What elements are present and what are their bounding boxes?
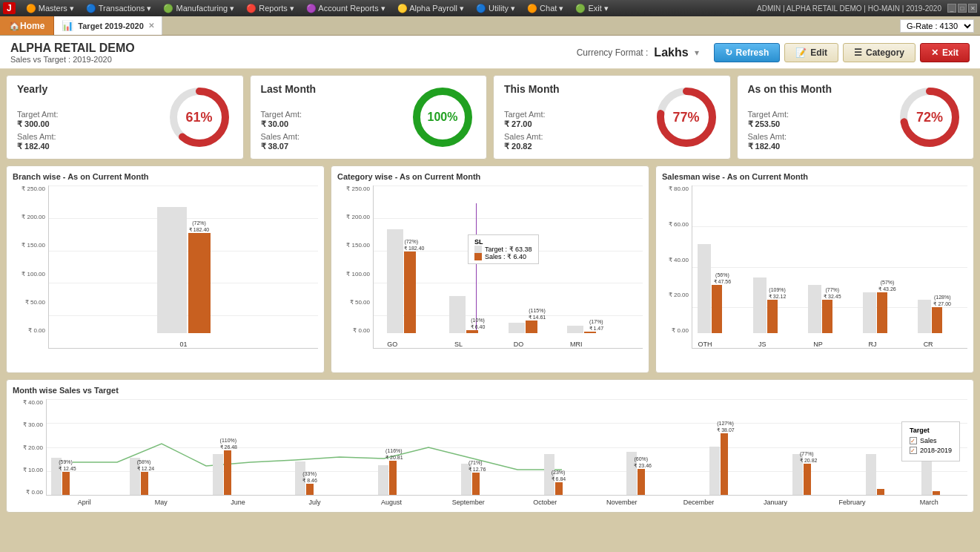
kpi-yearly-sales-value: ₹ 182.40 xyxy=(17,142,50,151)
prev-year-checkbox[interactable]: ✓ xyxy=(910,447,917,454)
month-october: October xyxy=(506,499,583,506)
month-labels-row: April May June July August September Oct… xyxy=(46,499,967,506)
kpi-aom-target-label: Target Amt: xyxy=(748,110,832,119)
month-june: June xyxy=(199,499,277,506)
menu-account-reports[interactable]: 🟣 Account Reports ▾ xyxy=(300,4,391,13)
branch-bar-value: ₹ 182.40 xyxy=(188,227,211,233)
category-button[interactable]: ☰ Category xyxy=(843,43,916,62)
currency-dropdown-icon[interactable]: ▾ xyxy=(695,47,699,58)
sales-legend-label: Sales xyxy=(920,437,937,444)
user-info-text: ADMIN | ALPHA RETAIL DEMO | HO-MAIN | 20… xyxy=(757,4,941,13)
action-buttons: ↻ Refresh 📝 Edit ☰ Category ✕ Exit xyxy=(714,43,970,62)
kpi-lm-sales-value: ₹ 38.07 xyxy=(261,142,289,151)
branch-y4: ₹ 150.00 xyxy=(13,242,45,249)
kpi-yearly-title: Yearly xyxy=(17,83,59,95)
kpi-tm-percent: 77% xyxy=(672,110,699,125)
kpi-last-month-donut: 100% xyxy=(409,84,476,151)
month-january: January xyxy=(737,499,814,506)
branch-y2: ₹ 50.00 xyxy=(13,299,45,306)
kpi-yearly-target-label: Target Amt: xyxy=(17,110,59,119)
branch-bar-label: 01 xyxy=(179,341,187,348)
charts-row: Branch wise - As on Current Month ₹ 250.… xyxy=(6,165,974,373)
tab-target[interactable]: 📊 Target 2019-2020 ✕ xyxy=(54,16,162,35)
company-info: ALPHA RETAIL DEMO Sales vs Target : 2019… xyxy=(10,42,135,64)
tab-target-label: Target 2019-2020 xyxy=(78,22,143,30)
exit-icon: ✕ xyxy=(931,47,938,58)
branch-chart: Branch wise - As on Current Month ₹ 250.… xyxy=(6,165,325,373)
branch-y5: ₹ 200.00 xyxy=(13,214,45,220)
kpi-this-month: This Month Target Amt: ₹ 27.00 Sales Amt… xyxy=(493,75,731,160)
currency-selector: Currency Format : Lakhs ▾ xyxy=(577,46,699,59)
win-minimize[interactable]: _ xyxy=(947,4,956,13)
month-august: August xyxy=(353,499,430,506)
menu-exit[interactable]: 🟢 Exit ▾ xyxy=(569,4,614,13)
refresh-icon: ↻ xyxy=(725,47,732,58)
main-content: Yearly Target Amt: ₹ 300.00 Sales Amt: ₹… xyxy=(0,69,980,547)
prev-year-legend-label: 2018-2019 xyxy=(920,447,952,454)
kpi-lm-percent: 100% xyxy=(428,111,458,124)
menu-manufacturing[interactable]: 🟢 Manufacturing ▾ xyxy=(157,4,240,13)
kpi-lm-target-value: ₹ 30.00 xyxy=(261,119,289,128)
app-logo: J xyxy=(3,2,16,14)
win-close[interactable]: ✕ xyxy=(968,4,977,13)
menu-utility[interactable]: 🔵 Utility ▾ xyxy=(470,4,521,13)
kpi-as-on-month: As on this Month Target Amt: ₹ 253.50 Sa… xyxy=(737,75,975,160)
menu-reports[interactable]: 🔴 Reports ▾ xyxy=(240,4,300,13)
edit-icon: 📝 xyxy=(795,47,807,58)
g-rate-selector: G-Rate : 4130 xyxy=(900,16,980,35)
sales-checkbox[interactable]: ✓ xyxy=(910,437,917,444)
branch-bar-pct: (72%) xyxy=(188,220,211,226)
month-december: December xyxy=(660,499,738,506)
home-icon: 🏠 xyxy=(9,21,20,31)
month-november: November xyxy=(583,499,660,506)
month-april: April xyxy=(46,499,123,506)
month-february: February xyxy=(814,499,891,506)
kpi-yearly: Yearly Target Amt: ₹ 300.00 Sales Amt: ₹… xyxy=(6,75,244,160)
kpi-aom-sales-value: ₹ 182.40 xyxy=(748,142,781,151)
kpi-last-month-title: Last Month xyxy=(261,83,317,95)
tab-close-icon[interactable]: ✕ xyxy=(148,22,154,30)
menu-chat[interactable]: 🟠 Chat ▾ xyxy=(521,4,569,13)
kpi-aom-percent: 72% xyxy=(916,110,943,125)
branch-y1: ₹ 0.00 xyxy=(13,327,45,334)
kpi-this-month-title: This Month xyxy=(504,83,560,95)
category-chart-title: Category wise - As on Current Month xyxy=(337,172,643,181)
tab-bar: 🏠 Home 📊 Target 2019-2020 ✕ G-Rate : 413… xyxy=(0,16,980,36)
prev-year-line xyxy=(47,399,967,495)
kpi-tm-target-value: ₹ 27.00 xyxy=(504,119,532,128)
category-chart: Category wise - As on Current Month ₹ 25… xyxy=(331,165,649,373)
win-maximize[interactable]: □ xyxy=(958,4,967,13)
kpi-last-month: Last Month Target Amt: ₹ 30.00 Sales Amt… xyxy=(250,75,488,160)
category-icon: ☰ xyxy=(854,47,862,58)
edit-button[interactable]: 📝 Edit xyxy=(784,43,838,62)
kpi-yearly-sales-label: Sales Amt: xyxy=(17,132,59,141)
menu-transactions[interactable]: 🔵 Transactions ▾ xyxy=(80,4,157,13)
page-header: ALPHA RETAIL DEMO Sales vs Target : 2019… xyxy=(0,36,980,69)
currency-format-label: Currency Format : xyxy=(577,47,649,58)
kpi-yearly-donut: 61% xyxy=(166,84,233,151)
menu-masters[interactable]: 🟠 Masters ▾ xyxy=(20,4,80,13)
kpi-this-month-donut: 77% xyxy=(653,84,720,151)
kpi-tm-target-label: Target Amt: xyxy=(504,110,560,119)
monthly-chart: Month wise Sales vs Target ₹ 40.00 ₹ 30.… xyxy=(6,379,974,513)
branch-y3: ₹ 100.00 xyxy=(13,271,45,277)
menu-alpha-payroll[interactable]: 🟡 Alpha Payroll ▾ xyxy=(391,4,470,13)
exit-button[interactable]: ✕ Exit xyxy=(920,43,970,62)
company-name: ALPHA RETAIL DEMO xyxy=(10,42,135,55)
month-march: March xyxy=(890,499,967,506)
refresh-button[interactable]: ↻ Refresh xyxy=(714,43,781,62)
monthly-legend: Target ✓ Sales ✓ 2018-2019 xyxy=(901,421,960,461)
month-july: July xyxy=(277,499,354,506)
currency-format-value: Lakhs xyxy=(654,46,688,59)
kpi-aom-donut: 72% xyxy=(896,84,963,151)
salesman-chart-title: Salesman wise - As on Current Month xyxy=(662,172,967,181)
user-info: ADMIN | ALPHA RETAIL DEMO | HO-MAIN | 20… xyxy=(757,4,977,13)
kpi-lm-sales-label: Sales Amt: xyxy=(261,132,317,141)
tab-home[interactable]: 🏠 Home xyxy=(0,16,54,35)
kpi-lm-target-label: Target Amt: xyxy=(261,110,317,119)
kpi-tm-sales-value: ₹ 20.82 xyxy=(504,142,532,151)
kpi-aom-title: As on this Month xyxy=(748,83,832,95)
g-rate-input[interactable]: G-Rate : 4130 xyxy=(900,19,974,33)
tab-target-icon: 📊 xyxy=(62,20,73,31)
menu-bar: J 🟠 Masters ▾ 🔵 Transactions ▾ 🟢 Manufac… xyxy=(0,0,980,16)
